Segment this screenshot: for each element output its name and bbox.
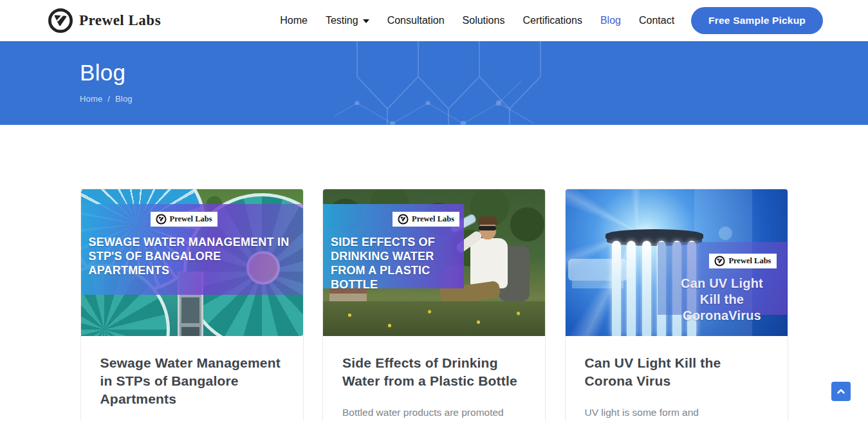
blog-card-uv-light[interactable]: Prewel Labs Can UV Light Kill the Corona… [565,189,788,421]
nav-item-consultation[interactable]: Consultation [387,15,445,26]
chevron-down-icon [363,19,369,23]
overlay-brand-name: Prewel Labs [728,256,771,266]
overlay-brand-badge: Prewel Labs [151,212,217,227]
blog-card-excerpt: Bottled water products are promoted [342,405,526,421]
grass-graphic [323,301,545,336]
blog-card-plastic-bottle[interactable]: Prewel Labs SIDE EFFECTS OF DRINKING WAT… [322,189,546,421]
blog-card-title-link[interactable]: Sewage Water Management in STPs of Banga… [100,354,284,408]
overlay-title: Can UV Light Kill the CoronaVirus [663,276,782,324]
blog-card-body: Sewage Water Management in STPs of Banga… [81,336,303,421]
overlay-title: SEWAGE WATER MANAGEMENT IN STP'S OF BANG… [89,235,295,277]
sunglasses-graphic [479,226,496,230]
uv-tube-graphic [612,241,621,336]
free-sample-pickup-button[interactable]: Free Sample Pickup [691,7,823,34]
page: Prewel Labs Home Testing Consultation So… [0,0,868,421]
scroll-to-top-button[interactable] [831,382,851,401]
blog-card-image-bottle[interactable]: Prewel Labs SIDE EFFECTS OF DRINKING WAT… [323,189,545,336]
nav-item-certifications[interactable]: Certifications [522,15,582,26]
uv-tube-graphic [642,241,651,336]
brand-logo[interactable]: Prewel Labs [48,8,161,33]
nav-item-home[interactable]: Home [280,15,308,26]
blog-card-image-uv[interactable]: Prewel Labs Can UV Light Kill the Corona… [566,189,788,336]
overlay-brand-name: Prewel Labs [412,214,454,224]
image-overlay: Prewel Labs SIDE EFFECTS OF DRINKING WAT… [323,204,464,288]
breadcrumb-separator: / [107,94,110,104]
brand-name: Prewel Labs [79,12,161,29]
overlay-brand-badge: Prewel Labs [392,212,459,227]
image-overlay: Prewel Labs Can UV Light Kill the Corona… [658,242,787,315]
page-title: Blog [80,41,868,86]
nav-item-solutions[interactable]: Solutions [463,15,505,26]
nav-item-testing-label: Testing [326,15,358,26]
blog-card-image-sewage[interactable]: Prewel Labs SEWAGE WATER MANAGEMENT IN S… [81,189,303,336]
blog-card-excerpt: UV light is some form and [585,405,768,421]
walkway-structure-graphic [181,297,199,323]
main-nav: Home Testing Consultation Solutions Cert… [280,15,674,26]
prewel-logo-icon [156,214,167,225]
breadcrumb-current: Blog [115,94,133,104]
hero-banner: Blog Home / Blog [0,41,868,125]
hair-graphic [478,216,497,225]
nav-item-testing[interactable]: Testing [326,15,369,26]
prewel-logo-icon [714,256,725,267]
prewel-logo-icon [48,8,73,33]
blog-card-grid: Prewel Labs SEWAGE WATER MANAGEMENT IN S… [80,189,788,421]
blog-card-sewage-water[interactable]: Prewel Labs SEWAGE WATER MANAGEMENT IN S… [80,189,304,421]
overlay-brand-name: Prewel Labs [170,214,212,224]
blog-card-body: Can UV Light Kill the Corona Virus UV li… [566,336,788,421]
overlay-title: SIDE EFFECTS OF DRINKING WATER FROM A PL… [331,235,456,292]
shirt-graphic [470,238,508,288]
overlay-brand-badge: Prewel Labs [709,254,776,268]
uv-tube-graphic [627,241,636,336]
blog-card-body: Side Effects of Drinking Water from a Pl… [323,336,545,421]
blog-card-title-link[interactable]: Can UV Light Kill the Corona Virus [585,354,768,390]
blog-card-title-link[interactable]: Side Effects of Drinking Water from a Pl… [342,354,526,390]
breadcrumb: Home / Blog [80,94,868,104]
nav-item-contact[interactable]: Contact [639,15,674,26]
nav-item-blog[interactable]: Blog [600,15,621,26]
prewel-logo-icon [398,214,409,225]
site-header: Prewel Labs Home Testing Consultation So… [0,0,868,41]
chevron-up-icon [835,386,847,397]
image-overlay: Prewel Labs SEWAGE WATER MANAGEMENT IN S… [81,204,303,295]
breadcrumb-home-link[interactable]: Home [80,94,102,104]
